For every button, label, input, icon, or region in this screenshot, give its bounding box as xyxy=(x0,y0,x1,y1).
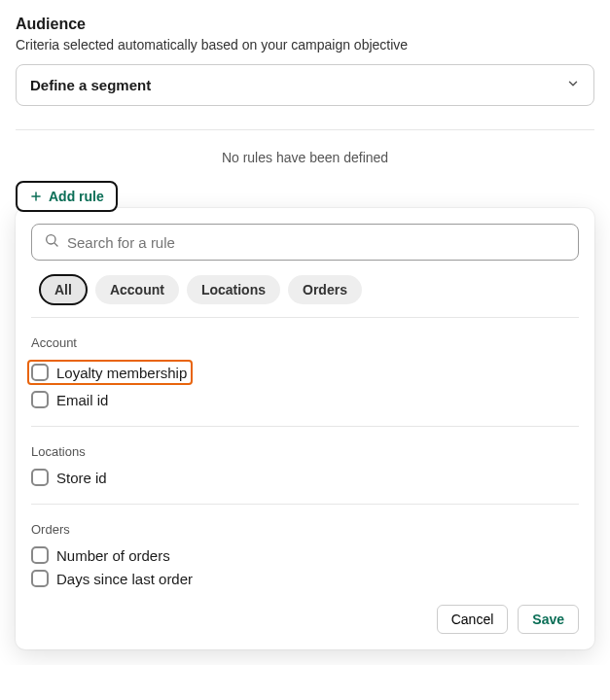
search-input-wrap[interactable] xyxy=(31,224,579,261)
rule-option-store-id[interactable]: Store id xyxy=(31,469,579,486)
group-label: Orders xyxy=(31,522,579,537)
group-label: Account xyxy=(31,335,579,350)
save-button[interactable]: Save xyxy=(518,605,579,634)
group-account: Account Loyalty membership Email id xyxy=(31,335,579,408)
group-locations: Locations Store id xyxy=(31,444,579,486)
filter-pill-locations[interactable]: Locations xyxy=(187,275,280,304)
section-subtitle: Criteria selected automatically based on… xyxy=(16,37,594,52)
divider xyxy=(31,426,579,427)
segment-dropdown[interactable]: Define a segment xyxy=(16,64,594,106)
cancel-button[interactable]: Cancel xyxy=(437,605,509,634)
group-orders: Orders Number of orders Days since last … xyxy=(31,522,579,587)
plus-icon xyxy=(29,190,43,203)
rules-empty-text: No rules have been defined xyxy=(16,132,594,181)
checkbox-icon xyxy=(31,364,49,381)
checkbox-icon xyxy=(31,469,49,486)
checkbox-icon xyxy=(31,570,49,587)
rule-picker-popup: All Account Locations Orders Account Loy… xyxy=(16,208,594,649)
filter-pill-row: All Account Locations Orders xyxy=(31,274,579,305)
rule-option-label: Number of orders xyxy=(56,547,170,564)
rule-option-label: Email id xyxy=(56,392,108,408)
search-icon xyxy=(44,232,59,252)
checkbox-icon xyxy=(31,391,49,408)
rule-option-email-id[interactable]: Email id xyxy=(31,391,579,408)
rule-option-label: Store id xyxy=(56,470,107,486)
filter-pill-all[interactable]: All xyxy=(39,274,88,305)
popup-footer: Cancel Save xyxy=(31,605,579,634)
rule-option-label: Loyalty membership xyxy=(56,365,187,381)
svg-point-2 xyxy=(47,235,55,244)
checkbox-icon xyxy=(31,546,49,564)
rule-option-number-of-orders[interactable]: Number of orders xyxy=(31,546,579,564)
add-rule-button[interactable]: Add rule xyxy=(16,181,118,212)
divider xyxy=(31,317,579,318)
filter-pill-account[interactable]: Account xyxy=(95,275,179,304)
segment-dropdown-label: Define a segment xyxy=(30,77,151,93)
svg-line-3 xyxy=(54,243,57,246)
search-input[interactable] xyxy=(59,233,566,252)
filter-pill-orders[interactable]: Orders xyxy=(288,275,362,304)
add-rule-label: Add rule xyxy=(49,189,104,204)
audience-section: Audience Criteria selected automatically… xyxy=(16,16,594,649)
rule-option-label: Days since last order xyxy=(56,571,193,587)
divider xyxy=(16,129,594,130)
rule-option-loyalty-membership[interactable]: Loyalty membership xyxy=(27,360,193,385)
rule-option-days-since-last-order[interactable]: Days since last order xyxy=(31,570,579,587)
group-label: Locations xyxy=(31,444,579,459)
chevron-down-icon xyxy=(566,77,580,93)
section-title: Audience xyxy=(16,16,594,33)
divider xyxy=(31,504,579,505)
